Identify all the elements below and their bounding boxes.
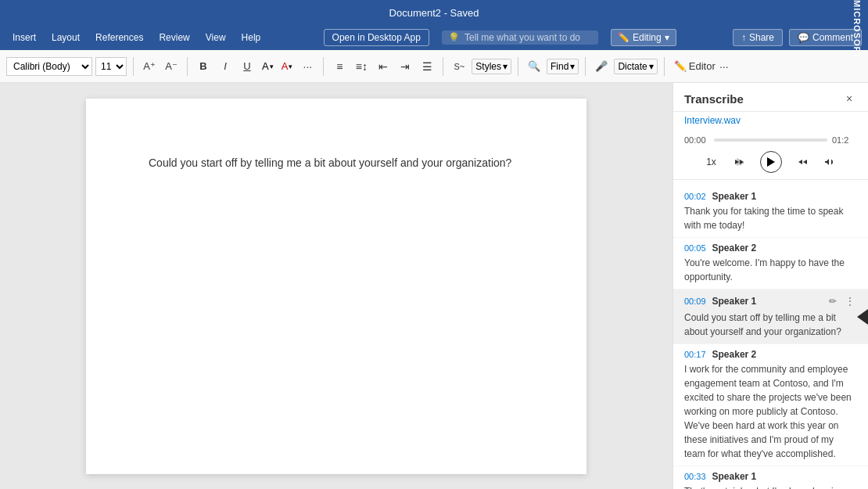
entry-time[interactable]: 00:09 (684, 297, 706, 306)
transcript-entry: 00:05 Speaker 2 You're welcome. I'm happ… (673, 238, 868, 289)
menu-references[interactable]: References (89, 29, 149, 46)
menu-actions: ↑ Share 💬 Comment (733, 29, 862, 46)
dictate-label: Dictate (618, 61, 647, 72)
entry-speaker: Speaker 2 (712, 349, 757, 360)
entry-text: Could you start off by telling me a bit … (684, 311, 857, 339)
title-bar: Document2 - Saved MICROSOFT (0, 0, 868, 25)
current-time-label: 00:00 (684, 135, 709, 145)
font-size-select[interactable]: 11 (95, 57, 127, 76)
font-family-select[interactable]: Calibri (Body) (6, 57, 92, 76)
editing-mode-button[interactable]: ✏️ Editing ▾ (611, 29, 676, 46)
italic-button[interactable]: I (216, 57, 235, 76)
dictate-icon-button[interactable]: 🎤 (592, 57, 611, 76)
entry-header: 00:02 Speaker 1 (684, 191, 857, 202)
main-content: Could you start off by telling me a bit … (0, 83, 868, 489)
clear-format-button[interactable]: S~ (450, 57, 468, 76)
menu-help[interactable]: Help (235, 29, 267, 46)
separator-4 (443, 57, 443, 76)
document-title: Document2 - Saved (389, 7, 479, 19)
bullets-button[interactable]: ≡ (330, 57, 349, 76)
highlight-button[interactable]: A ▾ (260, 59, 276, 74)
separator-2 (187, 57, 188, 76)
total-time-label: 01:2 (832, 135, 857, 145)
rewind-button[interactable] (732, 154, 748, 170)
chevron-down-icon: ▾ (570, 61, 575, 72)
highlight-icon: A (262, 60, 269, 72)
entry-speaker: Speaker 2 (712, 243, 757, 253)
open-desktop-button[interactable]: Open in Desktop App (324, 29, 429, 46)
entry-time[interactable]: 00:02 (684, 192, 706, 201)
chevron-down-icon: ▾ (665, 32, 669, 43)
bold-button[interactable]: B (194, 57, 213, 76)
editor-label-button[interactable]: Editor (693, 57, 712, 76)
font-grow-button[interactable]: A⁺ (140, 57, 159, 76)
entry-header: 00:05 Speaker 2 (684, 243, 857, 253)
menu-review[interactable]: Review (152, 29, 195, 46)
transcribe-panel: Transcribe × Interview.wav 00:00 01:2 1x (673, 83, 868, 489)
audio-file-link[interactable]: Interview.wav (673, 112, 868, 131)
comment-label: Comment (812, 32, 853, 43)
menu-layout[interactable]: Layout (45, 29, 86, 46)
align-button[interactable]: ☰ (418, 57, 436, 76)
document-area[interactable]: Could you start off by telling me a bit … (0, 83, 673, 489)
more-tools-button[interactable]: ··· (715, 57, 733, 76)
watermark: MICROSOFT (852, 0, 862, 25)
audio-player: 00:00 01:2 1x (673, 131, 868, 180)
underline-button[interactable]: U (238, 57, 256, 76)
font-shrink-button[interactable]: A⁻ (162, 57, 181, 76)
dictate-dropdown[interactable]: Dictate ▾ (614, 59, 657, 74)
play-button[interactable] (760, 151, 782, 173)
editor-icon-button[interactable]: ✏️ (671, 57, 690, 76)
active-cursor-indicator (857, 309, 868, 325)
find-label: Find (551, 61, 569, 72)
find-dropdown[interactable]: Find ▾ (547, 59, 579, 74)
tell-me-box[interactable]: 💡 Tell me what you want to do (442, 31, 598, 45)
menu-bar: Insert Layout References Review View Hel… (0, 25, 868, 50)
transcript-content: 00:02 Speaker 1 Thank you for taking the… (673, 180, 868, 489)
transcribe-header: Transcribe × (673, 83, 868, 112)
toolbar: Calibri (Body) 11 A⁺ A⁻ B I U A ▾ A ▾ ··… (0, 50, 868, 83)
progress-bar-track[interactable] (714, 138, 827, 142)
separator-3 (323, 57, 324, 76)
transcribe-close-button[interactable]: × (841, 91, 857, 106)
chevron-down-icon: ▾ (270, 63, 274, 70)
separator-6 (585, 57, 586, 76)
entry-text: I work for the community and employee en… (684, 362, 857, 461)
entry-header: 00:09 Speaker 1 ✏ ⋮ (684, 294, 857, 308)
transcript-entry-active: 00:09 Speaker 1 ✏ ⋮ Could you start off … (673, 289, 868, 344)
share-button[interactable]: ↑ Share (733, 29, 783, 46)
edit-speaker-button[interactable]: ✏ (826, 294, 840, 308)
menu-view[interactable]: View (199, 29, 232, 46)
entry-speaker: Speaker 1 (712, 296, 757, 307)
volume-button[interactable] (823, 154, 838, 170)
menu-insert[interactable]: Insert (6, 29, 42, 46)
search-button[interactable]: 🔍 (525, 57, 543, 76)
share-label: Share (749, 32, 774, 43)
document-body-text[interactable]: Could you start off by telling me a bit … (149, 155, 524, 171)
entry-time[interactable]: 00:05 (684, 243, 706, 253)
more-format-button[interactable]: ··· (298, 57, 317, 76)
chevron-down-icon: ▾ (503, 61, 508, 72)
entry-time[interactable]: 00:17 (684, 350, 706, 359)
entry-speaker: Speaker 1 (712, 191, 757, 202)
speed-button[interactable]: 1x (703, 155, 719, 169)
font-color-button[interactable]: A ▾ (279, 59, 296, 74)
comment-icon: 💬 (798, 32, 809, 43)
entry-time[interactable]: 00:33 (684, 472, 706, 481)
entry-header: 00:17 Speaker 2 (684, 349, 857, 360)
indent-decrease-button[interactable]: ⇤ (374, 57, 393, 76)
indent-increase-button[interactable]: ⇥ (396, 57, 414, 76)
separator-5 (518, 57, 518, 76)
fast-forward-button[interactable] (794, 154, 810, 170)
numbering-button[interactable]: ≡↕ (352, 57, 371, 76)
comment-button[interactable]: 💬 Comment (789, 29, 862, 46)
styles-dropdown[interactable]: Styles ▾ (472, 59, 511, 74)
document-page: Could you start off by telling me a bit … (86, 99, 586, 474)
tell-me-label: Tell me what you want to do (464, 32, 580, 43)
transcribe-title: Transcribe (684, 92, 744, 106)
entry-text: You're welcome. I'm happy to have the op… (684, 256, 857, 284)
entry-text: That's certainly what I've been hearing.… (684, 484, 857, 489)
chevron-down-icon: ▾ (289, 63, 292, 70)
more-entry-button[interactable]: ⋮ (843, 294, 857, 308)
share-icon: ↑ (741, 32, 746, 43)
